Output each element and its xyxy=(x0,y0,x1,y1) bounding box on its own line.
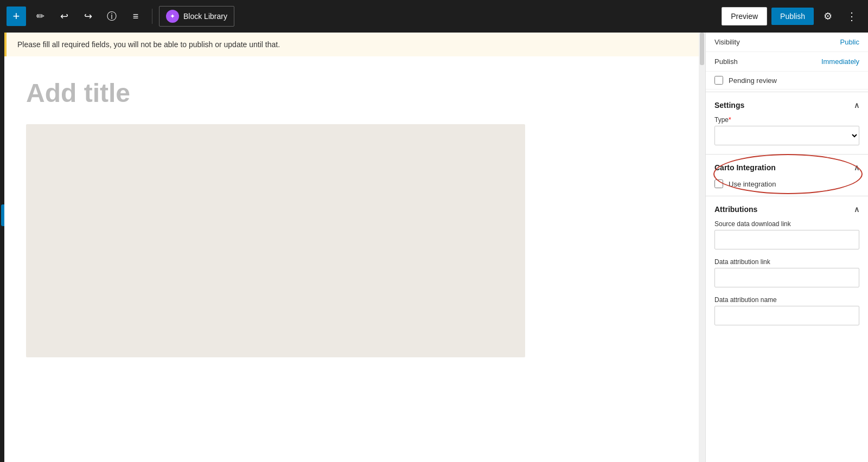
source-data-input[interactable] xyxy=(714,230,859,249)
more-options-button[interactable]: ⋮ xyxy=(842,7,861,26)
menu-icon: ≡ xyxy=(133,11,139,22)
carto-integration-section: Carto Integration ∧ Use integration xyxy=(706,157,868,194)
required-star: * xyxy=(729,116,731,124)
publish-value[interactable]: Immediately xyxy=(821,57,859,66)
warning-message: Please fill all required fields, you wil… xyxy=(17,40,280,49)
source-data-label: Source data download link xyxy=(714,220,859,228)
divider-1 xyxy=(706,92,868,92)
settings-chevron-icon[interactable]: ∧ xyxy=(854,101,859,110)
data-attribution-link-input[interactable] xyxy=(714,268,859,287)
toolbar-separator xyxy=(152,9,152,24)
right-sidebar: Visibility Public Publish Immediately Pe… xyxy=(705,33,868,462)
divider-3 xyxy=(706,196,868,196)
toolbar: + ✏ ↩ ↪ ⓘ ≡ ✦ Block Library Preview Publ… xyxy=(0,0,868,33)
warning-banner: Please fill all required fields, you wil… xyxy=(4,33,699,56)
visibility-row: Visibility Public xyxy=(706,33,868,52)
content-block[interactable] xyxy=(26,124,525,357)
attributions-chevron-icon[interactable]: ∧ xyxy=(854,205,859,214)
data-attribution-link-label: Data attribution link xyxy=(714,258,859,266)
publish-row: Publish Immediately xyxy=(706,52,868,72)
use-integration-checkbox[interactable] xyxy=(714,179,723,188)
use-integration-row: Use integration xyxy=(706,176,868,194)
source-data-field: Source data download link xyxy=(706,218,868,256)
carto-chevron-icon[interactable]: ∧ xyxy=(854,163,859,172)
toolbar-right: Preview Publish ⚙ ⋮ xyxy=(722,7,861,26)
visibility-label: Visibility xyxy=(714,38,740,46)
menu-button[interactable]: ≡ xyxy=(126,7,145,26)
use-integration-label: Use integration xyxy=(729,180,776,188)
publish-label: Publish xyxy=(714,57,738,66)
plus-icon: + xyxy=(13,9,20,23)
type-label: Type* xyxy=(714,116,859,124)
carto-section-header: Carto Integration ∧ xyxy=(706,157,868,176)
info-icon: ⓘ xyxy=(107,10,117,23)
settings-button[interactable]: ⚙ xyxy=(818,7,838,26)
edit-icon-button[interactable]: ✏ xyxy=(30,7,50,26)
publish-button[interactable]: Publish xyxy=(771,8,814,25)
add-block-button[interactable]: + xyxy=(7,7,26,26)
block-library-button[interactable]: ✦ Block Library xyxy=(159,6,234,27)
left-sidebar xyxy=(0,33,4,462)
pencil-icon: ✏ xyxy=(36,10,44,22)
type-field: Type* Option A Option B xyxy=(706,114,868,152)
settings-section-header: Settings ∧ xyxy=(706,94,868,114)
divider-2 xyxy=(706,154,868,155)
ellipsis-vertical-icon: ⋮ xyxy=(846,10,857,23)
redo-icon: ↪ xyxy=(84,10,92,22)
attributions-section-header: Attributions ∧ xyxy=(706,198,868,218)
data-attribution-name-input[interactable] xyxy=(714,306,859,325)
settings-label: Settings xyxy=(714,101,744,110)
block-library-icon: ✦ xyxy=(166,10,179,23)
undo-icon: ↩ xyxy=(60,10,68,22)
scrollbar-thumb xyxy=(700,33,704,65)
title-input[interactable]: Add title xyxy=(26,78,666,108)
preview-button[interactable]: Preview xyxy=(722,7,767,25)
data-attribution-link-field: Data attribution link xyxy=(706,256,868,294)
block-library-label: Block Library xyxy=(183,12,227,21)
main-layout: Please fill all required fields, you wil… xyxy=(0,33,868,462)
pending-review-checkbox[interactable] xyxy=(714,76,723,85)
data-attribution-name-field: Data attribution name xyxy=(706,294,868,332)
carto-label: Carto Integration xyxy=(714,163,776,172)
visibility-value[interactable]: Public xyxy=(840,38,859,46)
title-placeholder: Add title xyxy=(26,79,130,107)
attributions-label: Attributions xyxy=(714,205,757,214)
data-attribution-name-label: Data attribution name xyxy=(714,296,859,304)
undo-button[interactable]: ↩ xyxy=(54,7,74,26)
gear-icon: ⚙ xyxy=(824,10,832,22)
editor-scrollbar[interactable] xyxy=(699,33,705,462)
pending-review-label: Pending review xyxy=(729,76,777,85)
content-area: Add title xyxy=(4,56,699,379)
redo-button[interactable]: ↪ xyxy=(78,7,98,26)
info-button[interactable]: ⓘ xyxy=(102,7,122,26)
editor-area[interactable]: Please fill all required fields, you wil… xyxy=(4,33,699,462)
pending-review-row: Pending review xyxy=(706,72,868,89)
type-select[interactable]: Option A Option B xyxy=(714,126,859,145)
